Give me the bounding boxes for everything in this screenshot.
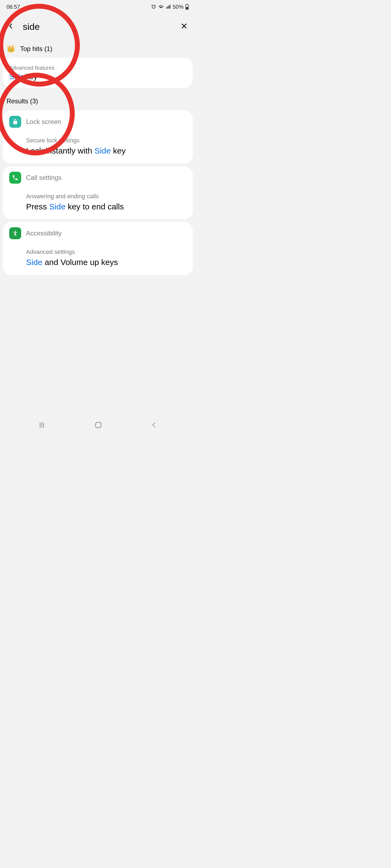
battery-text: 50% <box>173 4 184 10</box>
crown-icon: 👑 <box>6 44 15 53</box>
home-button[interactable] <box>94 421 102 430</box>
wifi-icon <box>158 4 164 9</box>
status-time: 06:57 <box>6 4 20 10</box>
search-header: side <box>0 13 196 40</box>
results-header: Results (3) <box>0 90 196 108</box>
lock-icon <box>9 116 21 128</box>
result-category: Accessibility <box>26 229 62 237</box>
chevron-left-icon <box>8 23 15 30</box>
svg-rect-4 <box>95 422 101 428</box>
battery-icon <box>185 4 189 10</box>
nav-back-button[interactable] <box>151 422 158 430</box>
svg-point-3 <box>15 231 16 232</box>
result-item-accessibility[interactable]: Accessibility Advanced settings Side and… <box>3 222 193 275</box>
highlight: Side <box>9 73 24 81</box>
result-item-call-settings[interactable]: Call settings Answering and ending calls… <box>3 166 193 219</box>
top-hits-label: Top hits (1) <box>20 45 52 53</box>
result-item-lock-screen[interactable]: Lock screen Secure lock settings Lock in… <box>3 111 193 163</box>
top-hit-title: Side key <box>9 73 186 81</box>
result-category: Lock screen <box>26 118 61 126</box>
title-rest: key <box>24 73 37 81</box>
svg-rect-1 <box>186 7 188 9</box>
accessibility-icon <box>9 227 21 239</box>
top-hit-item[interactable]: Advanced features Side key <box>3 58 193 88</box>
svg-rect-2 <box>187 4 188 5</box>
result-path: Advanced settings <box>26 248 186 255</box>
status-icons: 50% <box>151 4 189 10</box>
recents-button[interactable] <box>38 421 46 430</box>
result-path: Secure lock settings <box>26 137 186 144</box>
result-category: Call settings <box>26 174 62 182</box>
alarm-icon <box>151 4 157 9</box>
back-button[interactable] <box>5 20 18 33</box>
close-icon <box>180 22 188 30</box>
result-path: Answering and ending calls <box>26 193 186 200</box>
top-hits-header: 👑 Top hits (1) <box>0 40 196 56</box>
top-hit-breadcrumb: Advanced features <box>9 65 186 71</box>
clear-button[interactable] <box>177 20 191 34</box>
signal-icon <box>166 4 171 9</box>
result-title: Press Side key to end calls <box>26 202 186 212</box>
status-bar: 06:57 50% <box>0 0 196 13</box>
phone-icon <box>9 172 21 184</box>
result-title: Lock instantly with Side key <box>26 146 186 156</box>
navigation-bar <box>0 417 196 434</box>
search-input[interactable]: side <box>23 22 172 32</box>
result-title: Side and Volume up keys <box>26 257 186 268</box>
